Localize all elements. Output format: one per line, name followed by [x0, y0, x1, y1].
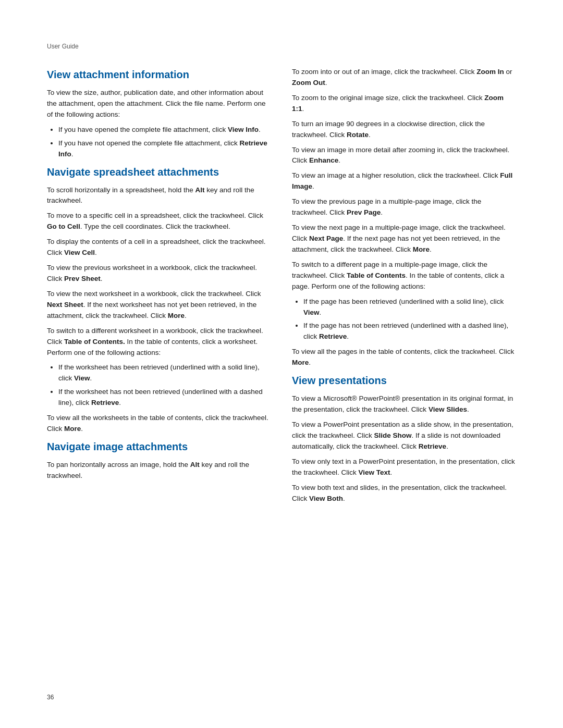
zoom-para-4: To view an image in more detail after zo… [292, 145, 516, 167]
image-page-list: If the page has been retrieved (underlin… [292, 297, 516, 343]
spreadsheet-para-5: To view the next worksheet in a workbook… [47, 289, 271, 322]
zoom-para-7: To view the next page in a multiple-page… [292, 223, 516, 255]
page: User Guide View attachment information T… [0, 0, 563, 728]
zoom-para-5: To view an image at a higher resolution,… [292, 170, 516, 192]
zoom-para-2: To zoom to the original image size, clic… [292, 93, 516, 115]
page-number: 36 [47, 693, 54, 702]
spreadsheet-para-1: To scroll horizontally in a spreadsheet,… [47, 185, 271, 207]
section-view-presentations: View presentations To view a Microsoft® … [292, 373, 516, 504]
presentations-para-2: To view a PowerPoint presentation as a s… [292, 419, 516, 452]
right-column: To zoom into or out of an image, click t… [292, 67, 516, 508]
view-attachment-para-1: To view the size, author, publication da… [47, 88, 271, 120]
zoom-para-3: To turn an image 90 degrees in a clockwi… [292, 119, 516, 141]
section-title-view-attachment: View attachment information [47, 67, 271, 82]
zoom-para-9: To view all the pages in the table of co… [292, 347, 516, 368]
spreadsheet-list: If the worksheet has been retrieved (und… [47, 362, 271, 409]
spreadsheet-para-2: To move to a specific cell in a spreadsh… [47, 211, 271, 232]
section-navigate-image: Navigate image attachments To pan horizo… [47, 439, 271, 482]
spreadsheet-para-7: To view all the worksheets in the table … [47, 413, 271, 435]
list-item: If the worksheet has been retrieved (und… [58, 362, 271, 384]
section-image-zoom: To zoom into or out of an image, click t… [292, 67, 516, 368]
list-item: If the page has not been retrieved (unde… [303, 320, 516, 342]
section-title-navigate-image: Navigate image attachments [47, 439, 271, 454]
two-column-layout: View attachment information To view the … [47, 67, 516, 508]
zoom-para-1: To zoom into or out of an image, click t… [292, 67, 516, 89]
header-label: User Guide [47, 42, 516, 51]
list-item: If the page has been retrieved (underlin… [303, 297, 516, 318]
presentations-para-1: To view a Microsoft® PowerPoint® present… [292, 393, 516, 415]
zoom-para-8: To switch to a different page in a multi… [292, 260, 516, 292]
section-view-attachment-info: View attachment information To view the … [47, 67, 271, 160]
view-attachment-list: If you have opened the complete file att… [47, 125, 271, 160]
presentations-para-4: To view both text and slides, in the pre… [292, 483, 516, 504]
list-item: If you have opened the complete file att… [58, 125, 271, 135]
image-para-1: To pan horizontally across an image, hol… [47, 460, 271, 482]
list-item: If the worksheet has not been retrieved … [58, 387, 271, 409]
section-title-view-presentations: View presentations [292, 373, 516, 388]
zoom-para-6: To view the previous page in a multiple-… [292, 196, 516, 218]
presentations-para-3: To view only text in a PowerPoint presen… [292, 456, 516, 478]
section-navigate-spreadsheet: Navigate spreadsheet attachments To scro… [47, 164, 271, 435]
spreadsheet-para-3: To display the contents of a cell in a s… [47, 237, 271, 258]
list-item: If you have not opened the complete file… [58, 138, 271, 160]
spreadsheet-para-6: To switch to a different worksheet in a … [47, 326, 271, 359]
left-column: View attachment information To view the … [47, 67, 271, 508]
spreadsheet-para-4: To view the previous worksheet in a work… [47, 263, 271, 285]
section-title-navigate-spreadsheet: Navigate spreadsheet attachments [47, 164, 271, 180]
